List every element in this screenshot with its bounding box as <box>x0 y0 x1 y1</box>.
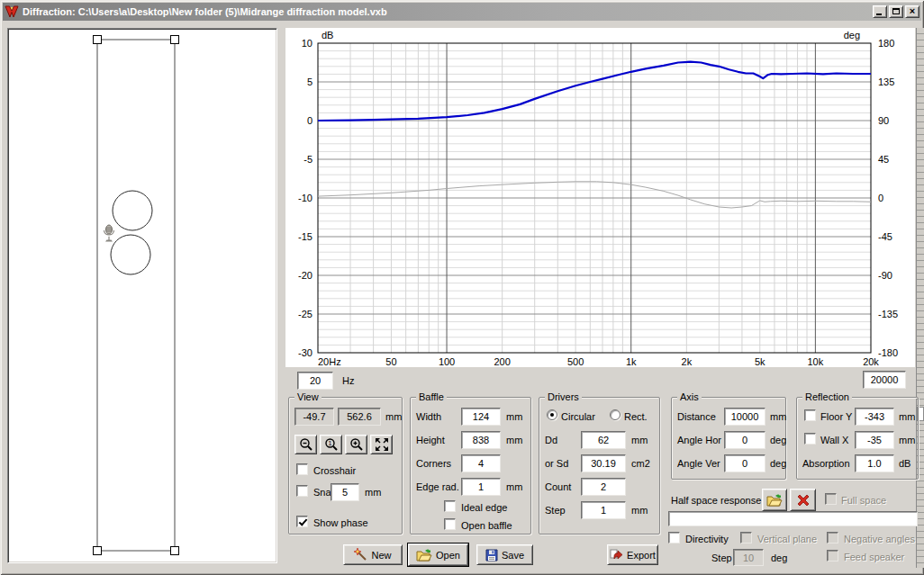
distance-input[interactable] <box>724 408 765 426</box>
driver-step-input[interactable] <box>581 501 626 519</box>
freq-high-input[interactable] <box>863 371 906 389</box>
axis-group-title: Axis <box>677 391 702 402</box>
svg-text:100: 100 <box>439 356 455 365</box>
rect-radio[interactable] <box>610 409 621 420</box>
export-arrow-icon <box>610 549 623 561</box>
driver-circle[interactable] <box>111 235 150 274</box>
dd-label: Dd <box>545 435 557 446</box>
crosshair-checkbox[interactable] <box>296 463 308 475</box>
angle-ver-input[interactable] <box>724 454 765 472</box>
svg-text:10k: 10k <box>808 356 824 365</box>
count-label: Count <box>545 481 571 493</box>
svg-text:5k: 5k <box>755 356 765 365</box>
negative-angles-label: Negative angles <box>844 534 915 545</box>
snap-checkbox[interactable] <box>296 485 308 497</box>
minimize-button[interactable] <box>873 5 887 18</box>
drivers-group: Drivers Circular Rect. Dd mm or Sd cm2 C… <box>539 397 660 535</box>
driver-step-label: Step <box>545 505 566 517</box>
angle-hor-input[interactable] <box>724 431 765 449</box>
zoom-fit-button[interactable] <box>370 435 393 454</box>
title-bar: Diffraction: C:\Users\a\Desktop\New fold… <box>3 3 921 21</box>
maximize-button[interactable] <box>889 5 903 18</box>
zoom-out-icon <box>299 437 313 452</box>
half-space-label: Half space response <box>671 495 761 507</box>
view-group-title: View <box>294 391 322 402</box>
svg-text:-30: -30 <box>298 347 313 358</box>
corner-handle[interactable] <box>171 547 179 555</box>
axis-group: Axis Distance mm Angle Hor deg Angle Ver… <box>671 397 786 480</box>
app-logo-icon <box>5 4 19 19</box>
mic-icon <box>104 225 114 242</box>
save-button[interactable]: Save <box>476 544 533 565</box>
svg-text:135: 135 <box>878 76 894 87</box>
close-button[interactable]: × <box>905 5 919 18</box>
floor-input[interactable] <box>855 408 894 426</box>
count-input[interactable] <box>581 478 626 496</box>
circular-radio[interactable] <box>547 409 557 420</box>
show-phase-checkbox[interactable] <box>296 516 308 527</box>
sd-input[interactable] <box>581 454 626 472</box>
svg-text:2k: 2k <box>682 356 693 365</box>
half-space-open-button[interactable] <box>762 489 787 511</box>
svg-text:1k: 1k <box>626 356 637 365</box>
corner-handle[interactable] <box>94 547 102 555</box>
baffle-outline[interactable] <box>97 40 175 551</box>
reflection-group-title: Reflection <box>802 391 852 402</box>
driver-circle[interactable] <box>113 191 152 230</box>
export-button[interactable]: Export <box>607 544 658 565</box>
svg-text:-90: -90 <box>878 270 892 281</box>
ideal-edge-checkbox[interactable] <box>444 500 456 512</box>
magic-wand-icon <box>354 548 367 562</box>
baffle-corners-label: Corners <box>416 458 451 470</box>
wall-checkbox[interactable] <box>804 433 816 445</box>
response-chart: 1050-5-10-15-20-25-3018013590450-45-90-1… <box>285 28 915 367</box>
half-space-clear-button[interactable] <box>790 489 816 511</box>
wall-label: Wall X <box>820 435 848 446</box>
directivity-checkbox[interactable] <box>668 532 680 544</box>
negative-angles-checkbox <box>827 532 838 544</box>
baffle-height-unit: mm <box>506 435 522 446</box>
zoom-in-button[interactable] <box>345 435 367 454</box>
baffle-canvas[interactable] <box>7 28 277 563</box>
open-folder-icon <box>766 494 783 507</box>
open-button[interactable]: Open <box>408 544 468 566</box>
baffle-group-title: Baffle <box>416 391 447 402</box>
open-baffle-checkbox[interactable] <box>444 518 456 530</box>
wall-input[interactable] <box>855 431 894 449</box>
show-phase-label: Show phase <box>313 517 368 529</box>
view-x-readout <box>294 408 334 426</box>
svg-text:-10: -10 <box>298 193 313 203</box>
open-button-label: Open <box>436 550 460 561</box>
feed-speaker-checkbox <box>827 550 838 562</box>
view-y-readout <box>338 408 381 426</box>
save-button-label: Save <box>502 550 524 561</box>
zoom-out-button[interactable] <box>294 435 317 454</box>
floor-checkbox[interactable] <box>804 409 816 421</box>
svg-text:45: 45 <box>878 154 889 165</box>
svg-text:500: 500 <box>567 356 584 365</box>
vertical-plane-label: Vertical plane <box>757 534 817 545</box>
corner-handle[interactable] <box>171 36 179 44</box>
snap-input[interactable] <box>331 483 359 501</box>
baffle-height-input[interactable] <box>461 431 501 449</box>
half-space-path-input[interactable] <box>668 511 918 526</box>
red-x-icon <box>796 493 811 508</box>
close-icon: × <box>906 5 919 16</box>
svg-text:0: 0 <box>307 115 313 126</box>
view-group: View mm 1 <box>288 397 403 535</box>
absorption-unit: dB <box>899 458 910 470</box>
zoom-actual-button[interactable]: 1 <box>320 435 342 454</box>
dd-unit: mm <box>631 435 648 446</box>
absorption-input[interactable] <box>855 454 894 472</box>
angle-hor-label: Angle Hor <box>677 435 721 446</box>
freq-low-input[interactable] <box>297 372 333 390</box>
baffle-corners-input[interactable] <box>461 454 501 472</box>
baffle-edge-input[interactable] <box>461 478 501 496</box>
directivity-step-input <box>733 549 764 566</box>
baffle-width-input[interactable] <box>461 408 501 426</box>
corner-handle[interactable] <box>94 36 102 44</box>
svg-text:-45: -45 <box>878 231 892 242</box>
dd-input[interactable] <box>581 431 626 449</box>
sd-label: or Sd <box>545 458 568 470</box>
new-button[interactable]: New <box>343 544 403 565</box>
